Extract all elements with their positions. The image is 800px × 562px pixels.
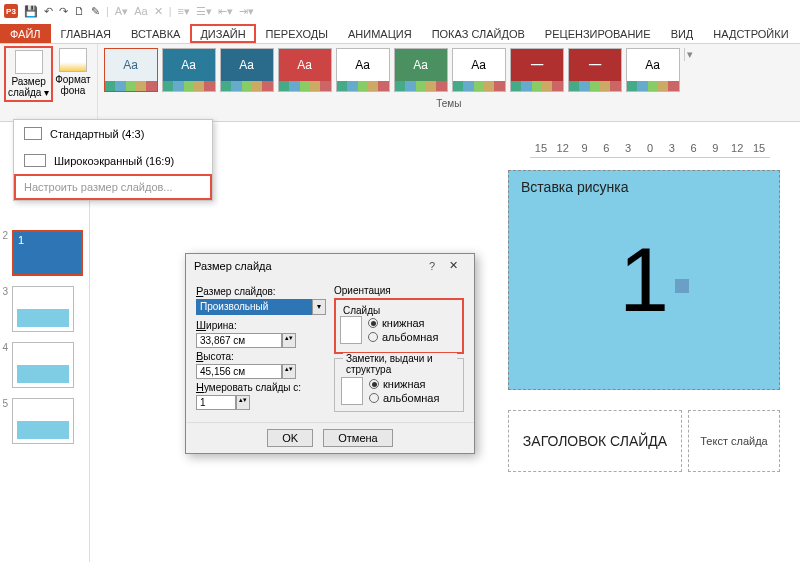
dd-widescreen[interactable]: Широкоэкранный (16:9) [14,147,212,174]
theme-item[interactable]: Aa [104,48,158,92]
save-icon[interactable]: 💾 [24,5,38,18]
indent-icon[interactable]: ⇤▾ [218,5,233,18]
theme-item[interactable]: Aa [452,48,506,92]
theme-item[interactable]: Aa [220,48,274,92]
slide-size-dialog: Размер слайда ? ✕ Размер слайдов: Произв… [185,253,475,454]
title-placeholder[interactable]: ЗАГОЛОВОК СЛАЙДА [508,410,682,472]
tab-home[interactable]: ГЛАВНАЯ [51,24,121,43]
theme-aa: Aa [395,49,447,81]
thumb-number: 2 [0,230,8,241]
tab-review[interactable]: РЕЦЕНЗИРОВАНИЕ [535,24,661,43]
repeat-icon[interactable]: 🗋 [74,5,85,17]
tab-slideshow[interactable]: ПОКАЗ СЛАЙДОВ [422,24,535,43]
thumb-slide[interactable] [12,398,74,444]
width-input[interactable] [196,333,282,348]
radio-notes-portrait[interactable]: книжная [369,378,439,390]
slide-size-label: Размер слайда ▾ [8,76,49,98]
aspect-icon [24,127,42,140]
radio-landscape[interactable]: альбомная [368,331,438,343]
theme-item[interactable]: Aa [162,48,216,92]
main-slide[interactable]: Вставка рисунка 1 [508,170,780,390]
theme-item[interactable]: Aa [278,48,332,92]
ok-button[interactable]: OK [267,429,313,447]
orient-label: Ориентация [334,285,464,296]
tab-addins[interactable]: НАДСТРОЙКИ [703,24,798,43]
ruler-tick: 12 [552,142,574,157]
dd-label: Широкоэкранный (16:9) [54,155,174,167]
tab-animation[interactable]: АНИМАЦИЯ [338,24,422,43]
ruler-tick: 9 [705,142,727,157]
numfrom-input[interactable] [196,395,236,410]
app-icon: P3 [4,4,18,18]
help-icon[interactable]: ? [423,260,441,272]
notes-legend: Заметки, выдачи и структура [343,353,457,375]
ruler-tick: 15 [748,142,770,157]
ruler-tick: 0 [639,142,661,157]
ribbon-group-size: Размер слайда ▾ Формат фона [0,44,98,121]
ruler-tick: 3 [617,142,639,157]
close-icon[interactable]: ✕ [441,259,466,272]
themes-more-icon[interactable]: ▾ [684,48,696,61]
radio-label: книжная [383,378,426,390]
tab-insert[interactable]: ВСТАВКА [121,24,190,43]
ruler-tick: 3 [661,142,683,157]
slides-legend: Слайды [340,305,383,316]
dropdown-arrow-icon[interactable]: ▾ [312,299,326,315]
spinner-icon[interactable]: ▴▾ [236,395,250,410]
ruler-horizontal: 15 12 9 6 3 0 3 6 9 12 15 [530,142,770,158]
ruler-tick: 6 [595,142,617,157]
radio-portrait[interactable]: книжная [368,317,438,329]
thumb-slide[interactable] [12,286,74,332]
radio-label: книжная [382,317,425,329]
radio-notes-landscape[interactable]: альбомная [369,392,439,404]
theme-item[interactable]: ━━━ [510,48,564,92]
cancel-button[interactable]: Отмена [323,429,392,447]
font-inc-icon[interactable]: Aa [134,5,147,17]
tab-file[interactable]: ФАЙЛ [0,24,51,43]
height-input[interactable] [196,364,282,379]
orientation-icon [341,377,363,405]
text-placeholder[interactable]: Текст слайда [688,410,780,472]
undo-icon[interactable]: ↶ [44,5,53,18]
numbering-icon[interactable]: ☰▾ [196,5,212,18]
bg-format-icon [59,48,87,72]
clear-icon[interactable]: ✕ [154,5,163,18]
theme-aa: Aa [163,49,215,81]
slide-size-button[interactable]: Размер слайда ▾ [4,46,53,102]
theme-item[interactable]: ━━━ [568,48,622,92]
bullets-icon[interactable]: ≡▾ [178,5,190,18]
theme-item[interactable]: Aa [336,48,390,92]
numfrom-label: Нумеровать слайды с: [196,381,326,393]
thumb-slide[interactable] [12,342,74,388]
bg-format-label: Формат фона [55,74,91,96]
spinner-icon[interactable]: ▴▾ [282,364,296,379]
ribbon: Размер слайда ▾ Формат фона Aa Aa Aa Aa … [0,44,800,122]
thumb-content: 1 [18,234,24,246]
theme-item[interactable]: Aa [394,48,448,92]
quick-access-toolbar: P3 💾 ↶ ↷ 🗋 ✎ | A▾ Aa ✕ | ≡▾ ☰▾ ⇤▾ ⇥▾ [0,0,800,22]
tab-design[interactable]: ДИЗАЙН [190,24,255,43]
dialog-right-col: Ориентация Слайды книжная альбомная Заме… [334,283,464,416]
dd-custom-size[interactable]: Настроить размер слайдов... [14,174,212,200]
spinner-icon[interactable]: ▴▾ [282,333,296,348]
slide-size-icon [15,50,43,74]
touch-icon[interactable]: ✎ [91,5,100,18]
dialog-titlebar: Размер слайда ? ✕ [186,254,474,277]
size-select[interactable]: Произвольный [196,299,312,315]
align-icon[interactable]: ⇥▾ [239,5,254,18]
slide-content: 1 [619,229,669,332]
thumb-number: 4 [0,342,8,353]
tab-transitions[interactable]: ПЕРЕХОДЫ [256,24,338,43]
thumb-number: 5 [0,398,8,409]
theme-item[interactable]: Aa [626,48,680,92]
bg-format-button[interactable]: Формат фона [53,46,93,102]
dd-standard[interactable]: Стандартный (4:3) [14,120,212,147]
font-dec-icon[interactable]: A▾ [115,5,128,18]
ribbon-tabs: ФАЙЛ ГЛАВНАЯ ВСТАВКА ДИЗАЙН ПЕРЕХОДЫ АНИ… [0,22,800,44]
dd-label: Стандартный (4:3) [50,128,144,140]
thumb-slide[interactable]: 1 [12,230,83,276]
dialog-left-col: Размер слайдов: Произвольный▾ Ширина: ▴▾… [196,283,326,416]
theme-aa: Aa [337,49,389,81]
tab-view[interactable]: ВИД [661,24,704,43]
redo-icon[interactable]: ↷ [59,5,68,18]
